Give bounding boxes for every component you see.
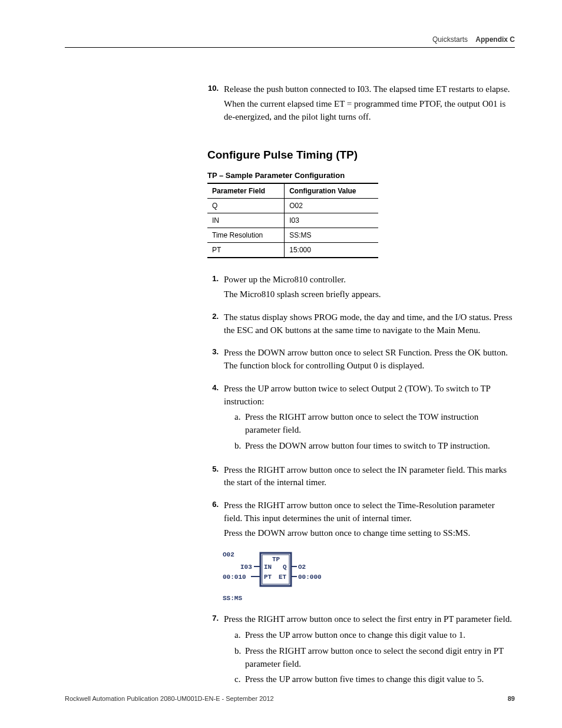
lcd-text: O02 [223,551,234,558]
step-6: 6.Press the RIGHT arrow button once to s… [207,499,515,541]
substep: a.Press the UP arrow button once to chan… [234,629,515,642]
step-number: 4. [207,383,224,456]
step-number: 10. [207,83,224,125]
lcd-text: Q [283,564,287,571]
step-number: 6. [207,499,224,541]
table-title: TP – Sample Parameter Configuration [207,171,515,180]
step-2: 2.The status display shows PROG mode, th… [207,311,515,339]
substep-letter: c. [234,673,245,686]
page-header: Quickstarts Appendix C [65,35,515,48]
table-row: PT15:000 [207,243,378,258]
step-5: 5.Press the RIGHT arrow button once to s… [207,464,515,492]
lcd-text: 00:000 [298,574,322,581]
substep-letter: a. [234,411,245,437]
substep: c.Press the UP arrow button five times t… [234,673,515,686]
step-number: 7. [207,613,224,689]
lcd-text: 00:010 [223,574,246,581]
substep: b.Press the RIGHT arrow button once to s… [234,645,515,671]
lcd-text: IN [264,564,272,571]
table-header: Configuration Value [285,183,378,199]
header-section: Quickstarts [432,35,468,44]
step-number: 3. [207,347,224,374]
step-text: The Micro810 splash screen briefly appea… [224,288,515,301]
lcd-text: SS:MS [223,595,242,602]
step-10: 10. Release the push button connected to… [207,83,515,125]
substep-letter: b. [234,645,245,671]
substep: a.Press the RIGHT arrow button once to s… [234,411,515,437]
substep-text: Press the RIGHT arrow button once to sel… [245,411,515,437]
footer-publication: Rockwell Automation Publication 2080-UM0… [65,695,274,702]
substep-text: Press the UP arrow button once to change… [245,629,515,642]
lcd-text: ET [279,574,287,581]
step-text: Press the DOWN arrow button once to sele… [224,347,515,373]
step-text: Press the RIGHT arrow button once to sel… [224,464,515,490]
substep-text: Press the DOWN arrow button four times t… [245,440,515,453]
step-3: 3.Press the DOWN arrow button once to se… [207,347,515,374]
substep: b.Press the DOWN arrow button four times… [234,440,515,453]
lcd-text: TP [272,556,280,563]
substep-letter: b. [234,440,245,453]
page-footer: Rockwell Automation Publication 2080-UM0… [65,695,515,702]
step-1: 1.Power up the Micro810 controller.The M… [207,274,515,303]
step-text: Press the DOWN arrow button once to chan… [224,527,515,540]
step-text: Release the push button connected to I03… [224,83,515,96]
step-number: 2. [207,311,224,339]
step-text: The status display shows PROG mode, the … [224,311,515,337]
parameter-table: Parameter Field Configuration Value QO02… [207,183,378,258]
step-number: 1. [207,274,224,303]
section-title: Configure Pulse Timing (TP) [207,149,515,162]
step-text: Press the RIGHT arrow button once to sel… [224,613,515,626]
lcd-text: O2 [298,564,306,571]
lcd-text: PT [264,574,272,581]
lcd-text: I03 [240,564,252,571]
lcd-display-figure: O02 TP IN Q PT ET I03 00:010 O2 00:000 S… [223,549,515,604]
step-text: Press the RIGHT arrow button once to sel… [224,499,515,525]
substep-text: Press the RIGHT arrow button once to sel… [245,645,515,671]
step-number: 5. [207,464,224,492]
header-appendix: Appendix C [475,35,515,44]
table-row: QO02 [207,199,378,213]
step-text: Power up the Micro810 controller. [224,274,515,286]
step-text: Press the UP arrow button twice to selec… [224,383,515,409]
step-4: 4.Press the UP arrow button twice to sel… [207,383,515,456]
step-text: When the current elapsed time ET = progr… [224,98,515,124]
substep-text: Press the UP arrow button five times to … [245,673,515,686]
table-row: INI03 [207,213,378,228]
footer-page-number: 89 [508,695,515,702]
substep-letter: a. [234,629,245,642]
table-header: Parameter Field [207,183,285,199]
step-7: 7.Press the RIGHT arrow button once to s… [207,613,515,689]
table-row: Time ResolutionSS:MS [207,228,378,243]
